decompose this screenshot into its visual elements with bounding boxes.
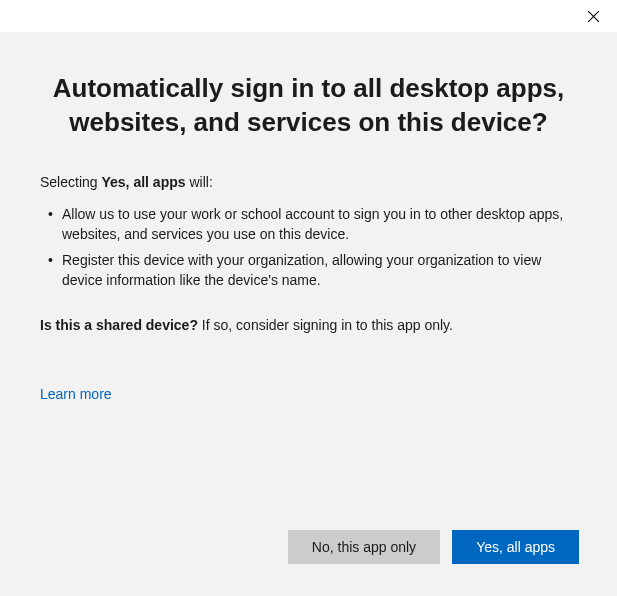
yes-all-apps-button[interactable]: Yes, all apps bbox=[452, 530, 579, 564]
close-button[interactable] bbox=[583, 6, 603, 26]
dialog-content: Automatically sign in to all desktop app… bbox=[0, 32, 617, 530]
dialog-footer: No, this app only Yes, all apps bbox=[0, 530, 617, 596]
intro-prefix: Selecting bbox=[40, 174, 101, 190]
question-suffix: If so, consider signing in to this app o… bbox=[198, 317, 453, 333]
question-bold: Is this a shared device? bbox=[40, 317, 198, 333]
no-this-app-only-button[interactable]: No, this app only bbox=[288, 530, 440, 564]
signin-dialog: Automatically sign in to all desktop app… bbox=[0, 0, 617, 596]
titlebar bbox=[0, 0, 617, 32]
shared-device-question: Is this a shared device? If so, consider… bbox=[40, 317, 577, 333]
intro-text: Selecting Yes, all apps will: bbox=[40, 174, 577, 190]
intro-suffix: will: bbox=[186, 174, 213, 190]
list-item: Register this device with your organizat… bbox=[62, 250, 577, 291]
close-icon bbox=[588, 11, 599, 22]
bullet-list: Allow us to use your work or school acco… bbox=[40, 204, 577, 291]
learn-more-link[interactable]: Learn more bbox=[40, 386, 112, 402]
dialog-heading: Automatically sign in to all desktop app… bbox=[40, 72, 577, 140]
list-item: Allow us to use your work or school acco… bbox=[62, 204, 577, 245]
intro-bold: Yes, all apps bbox=[101, 174, 185, 190]
